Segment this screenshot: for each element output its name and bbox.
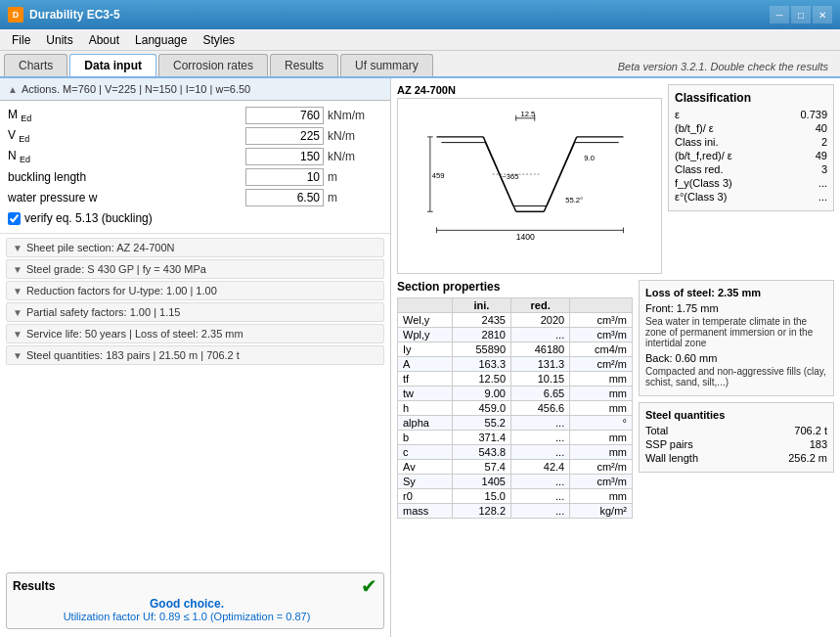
class-val: 0.739 — [798, 109, 827, 120]
prop-name: tw — [398, 387, 453, 401]
steel-val: 706.2 t — [794, 425, 827, 436]
loss-front: Front: 1.75 mm — [645, 302, 827, 314]
checkbox-buckling[interactable] — [8, 212, 21, 225]
coll-row-3[interactable]: ▼ Partial safety factors: 1.00 | 1.15 — [6, 302, 384, 322]
tab-corrosion-rates[interactable]: Corrosion rates — [158, 54, 268, 76]
table-row: r0 15.0 ... mm — [398, 489, 633, 504]
class-key: ε°(Class 3) — [675, 191, 798, 203]
input-row-buckling: buckling length m — [8, 168, 382, 186]
svg-text:9.0: 9.0 — [584, 154, 595, 162]
col-header-ini: ini. — [452, 298, 510, 313]
prop-ini: 128.2 — [452, 504, 510, 519]
input-M[interactable] — [245, 107, 324, 124]
coll-row-2[interactable]: ▼ Reduction factors for U-type: 1.00 | 1… — [6, 281, 384, 300]
coll-row-1[interactable]: ▼ Steel grade: S 430 GP | fy = 430 MPa — [6, 259, 384, 279]
class-key: Class ini. — [675, 136, 798, 148]
class-key: ε — [675, 109, 798, 120]
prop-name: Av — [398, 460, 453, 475]
minimize-button[interactable]: ─ — [770, 6, 789, 23]
prop-name: b — [398, 431, 453, 445]
coll-label-5: Steel quantities: 183 pairs | 21.50 m | … — [26, 349, 240, 361]
unit-V: kN/m — [324, 129, 382, 143]
menu-about[interactable]: About — [81, 31, 127, 49]
table-row: Wel,y 2435 2020 cm³/m — [398, 313, 633, 328]
prop-unit: cm4/m — [570, 342, 633, 357]
menu-styles[interactable]: Styles — [195, 31, 243, 49]
class-val: 3 — [798, 163, 827, 175]
prop-ini: 57.4 — [452, 460, 510, 475]
loss-box: Loss of steel: 2.35 mm Front: 1.75 mm Se… — [639, 280, 834, 396]
table-row: Sy 1405 ... cm³/m — [398, 475, 633, 489]
prop-red: 46180 — [511, 342, 570, 357]
coll-icon-4: ▼ — [13, 329, 22, 340]
label-V: V Ed — [8, 128, 245, 144]
prop-unit: mm — [570, 401, 633, 416]
prop-unit: ° — [570, 416, 633, 431]
prop-unit: cm²/m — [570, 357, 633, 372]
prop-name: Wel,y — [398, 313, 453, 328]
tab-bar: Charts Data input Corrosion rates Result… — [0, 51, 840, 78]
steel-key: Total — [645, 425, 668, 436]
label-water: water pressure w — [8, 191, 245, 205]
prop-name: A — [398, 357, 453, 372]
steel-val: 256.2 m — [788, 452, 827, 464]
right-side: Loss of steel: 2.35 mm Front: 1.75 mm Se… — [639, 280, 834, 519]
table-row: A 163.3 131.3 cm²/m — [398, 357, 633, 372]
coll-row-0[interactable]: ▼ Sheet pile section: AZ 24-700N — [6, 238, 384, 257]
close-button[interactable]: ✕ — [813, 6, 832, 23]
class-rows: ε0.739(b/t_f)/ ε40Class ini.2(b/t_f,red)… — [675, 109, 827, 203]
loss-title: Loss of steel: 2.35 mm — [645, 287, 827, 298]
coll-row-4[interactable]: ▼ Service life: 50 years | Loss of steel… — [6, 324, 384, 343]
input-N[interactable] — [245, 148, 324, 165]
prop-name: Wpl,y — [398, 328, 453, 342]
tab-data-input[interactable]: Data input — [69, 54, 156, 76]
steel-qty-title: Steel quantities — [645, 409, 827, 421]
prop-red: ... — [511, 445, 570, 460]
props-tbody: Wel,y 2435 2020 cm³/m Wpl,y 2810 ... cm³… — [398, 313, 633, 519]
steel-qty-row: Wall length256.2 m — [645, 452, 827, 464]
class-row: ε0.739 — [675, 109, 827, 120]
window-controls: ─ □ ✕ — [770, 6, 832, 23]
class-row: (b/t_f,red)/ ε49 — [675, 150, 827, 161]
actions-header: ▲ Actions. M=760 | V=225 | N=150 | I=10 … — [0, 78, 390, 101]
prop-ini: 9.00 — [452, 387, 510, 401]
class-row: Class red.3 — [675, 163, 827, 175]
table-row: Av 57.4 42.4 cm²/m — [398, 460, 633, 475]
tab-charts[interactable]: Charts — [4, 54, 67, 76]
tab-results[interactable]: Results — [270, 54, 338, 76]
prop-unit: cm³/m — [570, 475, 633, 489]
menu-file[interactable]: File — [4, 31, 38, 49]
loss-back-description: Compacted and non-aggressive fills (clay… — [645, 366, 827, 387]
prop-ini: 2435 — [452, 313, 510, 328]
prop-red: 42.4 — [511, 460, 570, 475]
class-key: (b/t_f)/ ε — [675, 122, 798, 134]
prop-unit: cm²/m — [570, 460, 633, 475]
prop-red: ... — [511, 475, 570, 489]
drawing-area: 12.5 9.0 ~365 55.2° 459 — [397, 98, 662, 274]
coll-icon-5: ▼ — [13, 350, 22, 361]
svg-text:1400: 1400 — [515, 232, 534, 242]
prop-name: r0 — [398, 489, 453, 504]
coll-row-5[interactable]: ▼ Steel quantities: 183 pairs | 21.50 m … — [6, 345, 384, 365]
menu-units[interactable]: Units — [38, 31, 80, 49]
menu-language[interactable]: Language — [127, 31, 195, 49]
steel-qty-row: Total706.2 t — [645, 425, 827, 436]
prop-ini: 1405 — [452, 475, 510, 489]
coll-icon-2: ▼ — [13, 286, 22, 296]
table-row: Iy 55890 46180 cm4/m — [398, 342, 633, 357]
class-val: 2 — [798, 136, 827, 148]
input-V[interactable] — [245, 127, 324, 145]
input-buckling[interactable] — [245, 168, 324, 186]
prop-red: ... — [511, 431, 570, 445]
unit-N: kN/m — [324, 150, 382, 163]
coll-label-2: Reduction factors for U-type: 1.00 | 1.0… — [26, 285, 217, 296]
results-title: Results — [13, 579, 361, 593]
input-water[interactable] — [245, 189, 324, 206]
section-area: AZ 24-700N — [397, 84, 834, 274]
maximize-button[interactable]: □ — [791, 6, 811, 23]
prop-unit: mm — [570, 445, 633, 460]
prop-ini: 15.0 — [452, 489, 510, 504]
table-row: tw 9.00 6.65 mm — [398, 387, 633, 401]
prop-unit: cm³/m — [570, 328, 633, 342]
tab-uf-summary[interactable]: Uf summary — [340, 54, 433, 76]
